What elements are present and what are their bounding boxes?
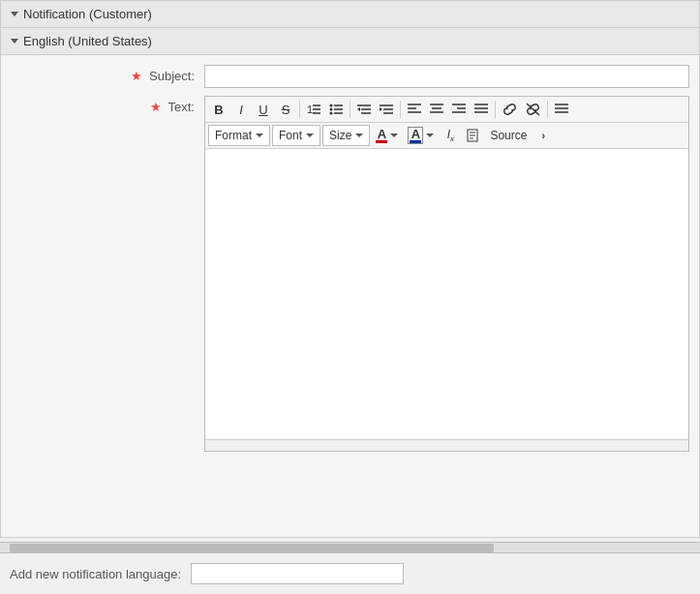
align-justify-icon — [474, 103, 488, 116]
subject-row: ★ Subject: — [1, 65, 699, 88]
rich-text-editor: B I U S 1. — [204, 96, 689, 452]
form-area: ★ Subject: ★ Text: B I U — [1, 55, 699, 469]
text-row: ★ Text: B I U S 1. — [1, 96, 699, 452]
svg-point-6 — [330, 112, 333, 115]
bg-color-button[interactable]: A — [404, 125, 438, 146]
link-button[interactable] — [499, 99, 521, 120]
source-label: Source — [490, 129, 527, 142]
insert-button[interactable] — [463, 125, 484, 146]
size-label: Size — [329, 129, 351, 142]
outdent-icon — [357, 103, 371, 116]
svg-point-5 — [330, 108, 333, 111]
svg-marker-17 — [380, 107, 382, 111]
format-dropdown-arrow — [256, 134, 263, 137]
font-dropdown-arrow — [306, 134, 314, 137]
ul-icon — [329, 103, 343, 116]
font-color-a-icon: A — [378, 128, 386, 140]
overflow-button[interactable]: › — [533, 125, 554, 146]
format-dropdown[interactable]: Format — [208, 125, 270, 146]
bg-color-a-icon: A — [411, 128, 420, 140]
text-label: ★ Text: — [11, 96, 204, 114]
unordered-list-button[interactable] — [325, 99, 347, 120]
clear-format-icon: Ix — [447, 128, 454, 143]
page-container: Notification (Customer) English (United … — [0, 0, 700, 594]
italic-button[interactable]: I — [230, 99, 252, 120]
font-color-button[interactable]: A — [372, 125, 402, 146]
align-center-icon — [430, 103, 443, 116]
font-color-underline — [376, 140, 387, 143]
bold-button[interactable]: B — [208, 99, 229, 120]
lang-collapse-icon — [11, 39, 18, 44]
sep3 — [400, 101, 401, 118]
overflow-icon: › — [542, 130, 546, 141]
text-required-star: ★ — [150, 100, 162, 114]
ol-icon: 1. — [307, 103, 320, 116]
outdent-button[interactable] — [353, 99, 375, 120]
toolbar-row1: B I U S 1. — [205, 97, 688, 123]
indent-icon — [380, 103, 393, 116]
editor-body[interactable] — [205, 149, 688, 439]
indent-button[interactable] — [376, 99, 397, 120]
bg-color-underline — [410, 140, 421, 143]
bg-color-dropdown-arrow — [426, 134, 434, 137]
subject-required-star: ★ — [131, 69, 142, 83]
align-center-button[interactable] — [426, 99, 447, 120]
add-lang-input[interactable] — [191, 563, 404, 584]
main-content: English (United States) ★ Subject: ★ Tex… — [0, 27, 700, 538]
notification-header[interactable]: Notification (Customer) — [0, 0, 700, 27]
align-left-icon — [408, 103, 421, 116]
align-right-button[interactable] — [448, 99, 470, 120]
strikethrough-button[interactable]: S — [275, 99, 296, 120]
unlink-icon — [526, 103, 540, 116]
page-scrollbar[interactable] — [0, 542, 700, 553]
add-lang-row: Add new notification language: — [0, 553, 700, 594]
align-left-button[interactable] — [404, 99, 425, 120]
more-icon — [555, 103, 568, 116]
size-dropdown[interactable]: Size — [322, 125, 370, 146]
lang-section-header[interactable]: English (United States) — [1, 28, 699, 55]
underline-button[interactable]: U — [253, 99, 274, 120]
source-button[interactable]: Source — [486, 125, 531, 146]
notification-title: Notification (Customer) — [23, 7, 152, 21]
sep4 — [495, 101, 496, 118]
lang-title: English (United States) — [23, 34, 152, 48]
format-label: Format — [215, 129, 252, 142]
svg-marker-13 — [357, 107, 360, 111]
toolbar-row2: Format Font Size — [205, 123, 688, 149]
insert-icon — [467, 129, 480, 142]
sep5 — [547, 101, 548, 118]
more-options-button[interactable] — [551, 99, 572, 120]
subject-label: ★ Subject: — [11, 65, 204, 83]
notification-collapse-icon — [11, 12, 18, 16]
align-justify-button[interactable] — [471, 99, 492, 120]
font-label: Font — [279, 129, 302, 142]
link-icon — [502, 103, 517, 116]
sep2 — [350, 101, 350, 118]
subject-input[interactable] — [204, 65, 689, 88]
align-right-icon — [452, 103, 466, 116]
clear-format-button[interactable]: Ix — [440, 125, 461, 146]
size-dropdown-arrow — [355, 134, 363, 137]
unlink-button[interactable] — [522, 99, 544, 120]
add-lang-label: Add new notification language: — [10, 567, 181, 581]
editor-scrollbar — [205, 439, 688, 451]
sep1 — [299, 101, 300, 118]
scroll-thumb[interactable] — [10, 544, 494, 553]
font-dropdown[interactable]: Font — [272, 125, 320, 146]
svg-point-4 — [330, 104, 333, 107]
ordered-list-button[interactable]: 1. — [303, 99, 324, 120]
font-color-dropdown-arrow — [390, 134, 398, 137]
